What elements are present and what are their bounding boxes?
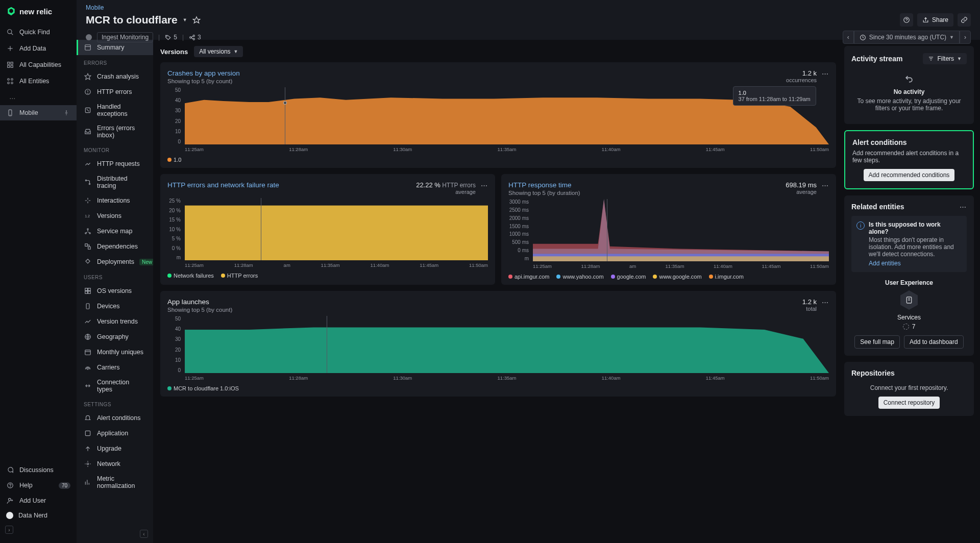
star-icon[interactable]	[192, 16, 201, 24]
sidebar-handled-exceptions[interactable]: Handled exceptions	[77, 100, 153, 121]
brand-logo[interactable]: new relic	[0, 6, 77, 24]
card-http-err-menu[interactable]: ⋯	[480, 181, 488, 189]
sidebar-interactions[interactable]: Interactions	[77, 193, 153, 208]
entities-icon	[6, 77, 14, 85]
sidebar-inbox-label: Errors (errors inbox)	[97, 125, 146, 139]
sidebar-version-trends[interactable]: Version trends	[77, 314, 153, 329]
sidebar-monthly-uniques[interactable]: Monthly uniques	[77, 344, 153, 360]
sidebar-http-errors[interactable]: HTTP errors	[77, 84, 153, 100]
versions-dd-value: All versions	[199, 48, 230, 55]
breadcrumb[interactable]: Mobile	[86, 4, 971, 11]
sidebar-carriers[interactable]: Carriers	[77, 360, 153, 375]
sidebar-group-monitor: MONITOR	[77, 142, 153, 156]
card-launches-menu[interactable]: ⋯	[821, 298, 829, 306]
versions-label: Versions	[160, 48, 188, 56]
sidebar-connection-types[interactable]: Connection types	[77, 375, 153, 397]
crashes-metric-value: 1.2 k	[786, 69, 817, 77]
nav-all-capabilities[interactable]: All Capabilities	[0, 57, 77, 72]
sidebar-distributed-tracing[interactable]: Distributed tracing	[77, 171, 153, 193]
launches-chart[interactable]: 50403020100 11:25am11:28am11:30am11:35am…	[167, 316, 829, 382]
card-resp-menu[interactable]: ⋯	[821, 181, 829, 189]
nav-add-data-label: Add Data	[19, 45, 46, 52]
launches-metric-unit: total	[802, 306, 817, 312]
nav-all-entities[interactable]: All Entities	[0, 73, 77, 89]
tracing-icon	[84, 178, 92, 186]
connect-repository-button[interactable]: Connect repository	[878, 397, 940, 409]
crashes-area-plot	[185, 87, 829, 144]
add-to-dashboard-button[interactable]: Add to dashboard	[904, 335, 964, 349]
sidebar-os-label: OS versions	[97, 287, 132, 294]
nav-add-user[interactable]: Add User	[0, 493, 77, 508]
sidebar-devices[interactable]: Devices	[77, 299, 153, 314]
resp-xaxis: 11:25am11:28amam11:35am11:40am11:45am11:…	[533, 263, 829, 270]
card-crashes-sub: Showing top 5 (by count)	[167, 78, 240, 84]
copy-link-button[interactable]	[958, 13, 971, 27]
related-count[interactable]: 3	[189, 34, 201, 41]
add-entities-link[interactable]: Add entities	[869, 260, 962, 267]
nav-add-data[interactable]: Add Data	[0, 41, 77, 56]
sidebar-network[interactable]: Network	[77, 456, 153, 472]
sidebar-errors-inbox[interactable]: Errors (errors inbox)	[77, 121, 153, 142]
service-hex-icon[interactable]	[900, 290, 918, 310]
nav-data-nerd[interactable]: Data Nerd	[0, 508, 77, 523]
share-button[interactable]: Share	[917, 13, 953, 27]
nav-quick-find[interactable]: Quick Find	[0, 24, 77, 40]
tags-count[interactable]: 5	[165, 34, 177, 41]
launches-metric-value: 1.2 k	[802, 298, 817, 306]
http-err-area-plot	[185, 198, 488, 260]
resp-metric-unit: average	[786, 189, 817, 195]
launches-yaxis: 50403020100	[167, 316, 183, 373]
sidebar-http-err-label: HTTP errors	[97, 88, 132, 95]
calendar-icon	[84, 348, 92, 356]
collapse-secondary-sidebar[interactable]: ‹	[140, 530, 148, 538]
activity-filters-button[interactable]: Filters ▼	[923, 53, 967, 64]
sidebar-application[interactable]: Application	[77, 426, 153, 441]
svg-point-0	[8, 30, 12, 34]
svg-point-53	[190, 36, 191, 38]
help-icon	[6, 481, 14, 489]
http-err-chart[interactable]: 25 %20 %15 %10 %5 %0 %m 11:25am11:28amam…	[167, 198, 488, 269]
sidebar-http-requests[interactable]: HTTP requests	[77, 156, 153, 171]
nav-more[interactable]: …	[0, 90, 77, 104]
sidebar-versions[interactable]: 1.2Versions	[77, 208, 153, 224]
title-dropdown-icon[interactable]: ▼	[183, 17, 187, 22]
related-menu[interactable]: ⋯	[959, 203, 967, 211]
launches-sub: Showing top 5 (by count)	[167, 307, 232, 313]
sidebar-metric-normalization[interactable]: Metric normalization	[77, 472, 153, 493]
collapse-primary-nav[interactable]: ›	[5, 526, 13, 534]
see-full-map-button[interactable]: See full map	[854, 335, 900, 349]
svg-line-1	[11, 33, 13, 35]
add-recommended-conditions-button[interactable]: Add recommended conditions	[864, 169, 955, 181]
card-crashes-menu[interactable]: ⋯	[821, 69, 829, 78]
time-prev-button[interactable]: ‹	[843, 31, 854, 44]
crashes-xaxis: 11:25am11:28am11:30am11:35am11:40am11:45…	[185, 146, 829, 154]
pin-icon[interactable]	[62, 109, 70, 117]
card-crashes-title[interactable]: Crashes by app version	[167, 69, 240, 77]
versions-dropdown[interactable]: All versions ▼	[194, 46, 243, 57]
sidebar-crash-analysis[interactable]: Crash analysis	[77, 69, 153, 84]
resp-chart[interactable]: 3000 ms2500 ms2000 ms1500 ms1000 ms500 m…	[508, 199, 829, 270]
entity-tag-chip[interactable]: Ingest Monitoring	[97, 32, 153, 42]
nav-help[interactable]: Help 70	[0, 478, 77, 493]
help-header-button[interactable]	[900, 13, 913, 27]
crashes-chart[interactable]: 50403020100 1.0 37 from 11:28am to 11:29…	[167, 87, 829, 154]
sidebar-group-settings: SETTINGS	[77, 397, 153, 410]
time-next-button[interactable]: ›	[960, 31, 971, 44]
http-err-title[interactable]: HTTP errors and network failure rate	[167, 181, 279, 189]
sidebar-geography[interactable]: Geography	[77, 329, 153, 344]
bell-icon	[84, 414, 92, 422]
chevron-down-icon: ▼	[234, 49, 238, 54]
tag-icon	[165, 34, 172, 41]
nav-mobile[interactable]: Mobile	[0, 105, 77, 120]
resp-title[interactable]: HTTP response time	[508, 181, 580, 189]
resp-sub: Showing top 5 (by duration)	[508, 190, 580, 196]
sidebar-deployments[interactable]: DeploymentsNew	[77, 254, 153, 269]
sidebar-service-map[interactable]: Service map	[77, 224, 153, 239]
sidebar-os-versions[interactable]: OS versions	[77, 283, 153, 299]
sidebar-upgrade[interactable]: Upgrade	[77, 441, 153, 456]
sidebar-dependencies[interactable]: Dependencies	[77, 239, 153, 254]
sidebar-alert-conditions[interactable]: Alert conditions	[77, 410, 153, 426]
time-range-picker[interactable]: Since 30 minutes ago (UTC) ▼	[854, 31, 960, 44]
app-icon	[84, 429, 92, 437]
nav-discussions[interactable]: Discussions	[0, 462, 77, 478]
